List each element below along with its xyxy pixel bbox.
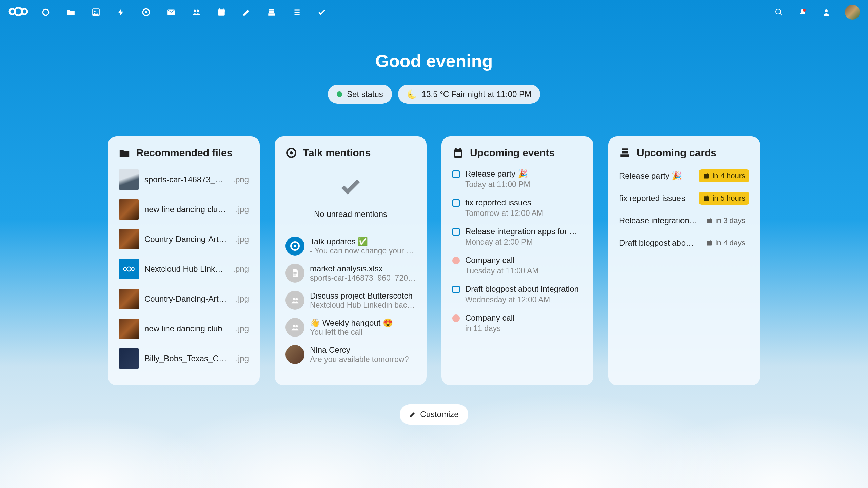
event-marker-icon: [452, 314, 460, 322]
svg-point-31: [290, 151, 293, 155]
svg-point-40: [295, 325, 298, 327]
dashboard-app-icon[interactable]: [41, 7, 51, 17]
event-time: in 11 days: [465, 324, 583, 333]
talk-row[interactable]: Talk updates ✅- You can now change your …: [283, 232, 418, 260]
talk-row[interactable]: Nina CercyAre you available tomorrow?: [283, 341, 418, 368]
top-bar-right: [774, 5, 860, 20]
file-name: new line dancing club: [144, 324, 230, 333]
svg-rect-34: [293, 272, 296, 273]
talk-app-icon[interactable]: [141, 7, 151, 17]
card-row[interactable]: Release party 🎉in 4 hours: [616, 165, 752, 187]
widget-title: Upcoming cards: [637, 147, 716, 159]
talk-empty-text: No unread mentions: [283, 209, 418, 219]
file-row[interactable]: Nextcloud Hub Linkedin b….png: [116, 254, 252, 284]
talk-row[interactable]: 👋 Weekly hangout 😍You left the call: [283, 314, 418, 341]
talk-avatar: [285, 291, 304, 310]
widget-title: Talk mentions: [303, 147, 371, 159]
upcoming-cards-widget: Upcoming cards Release party 🎉in 4 hours…: [608, 136, 760, 385]
set-status-button[interactable]: Set status: [328, 85, 392, 104]
talk-row[interactable]: Discuss project ButterscotchNextcloud Hu…: [283, 287, 418, 314]
greeting-text: Good evening: [0, 51, 868, 71]
weather-text: 13.5 °C Fair night at 11:00 PM: [422, 89, 531, 99]
file-name: sports-car-146873_960_7…: [144, 175, 228, 184]
svg-rect-46: [622, 151, 628, 154]
svg-rect-22: [294, 14, 294, 15]
contacts-menu-icon[interactable]: [821, 7, 831, 17]
event-marker-icon: [452, 170, 460, 178]
widget-title: Recommended files: [136, 147, 232, 159]
event-row[interactable]: fix reported issuesTomorrow at 12:00 AM: [450, 194, 585, 222]
upcoming-events-widget: Upcoming events Release party 🎉Today at …: [441, 136, 593, 385]
deck-icon: [619, 147, 631, 159]
photos-app-icon[interactable]: [91, 7, 101, 17]
card-due-badge: in 4 days: [702, 237, 749, 249]
svg-rect-43: [459, 148, 461, 151]
card-row[interactable]: Draft blogpost about integra…in 4 days: [616, 232, 752, 254]
event-marker-icon: [452, 286, 460, 293]
svg-rect-59: [710, 240, 711, 242]
file-name: Nextcloud Hub Linkedin b…: [144, 264, 228, 274]
calendar-app-icon[interactable]: [216, 7, 226, 17]
talk-subtitle: Are you available tomorrow?: [310, 355, 416, 364]
file-row[interactable]: new line dancing club.jpg: [116, 314, 252, 344]
svg-rect-57: [707, 241, 712, 245]
mail-app-icon[interactable]: [166, 7, 176, 17]
svg-rect-18: [294, 9, 294, 10]
svg-rect-48: [704, 174, 709, 178]
talk-title: market analysis.xlsx: [310, 264, 416, 273]
deck-app-icon[interactable]: [267, 7, 277, 17]
svg-rect-19: [295, 9, 300, 10]
talk-row[interactable]: market analysis.xlsxsports-car-146873_96…: [283, 260, 418, 287]
svg-rect-45: [622, 148, 628, 150]
card-title: Release party 🎉: [619, 171, 695, 181]
recommended-files-widget: Recommended files sports-car-146873_960_…: [108, 136, 260, 385]
widget-title: Upcoming events: [470, 147, 555, 159]
card-title: fix reported issues: [619, 194, 695, 203]
file-row[interactable]: Country-Dancing-Arthur_….jpg: [116, 284, 252, 314]
svg-rect-13: [219, 8, 220, 10]
weather-button[interactable]: 🌜 13.5 °C Fair night at 11:00 PM: [398, 85, 540, 104]
card-due-badge: in 4 hours: [699, 169, 749, 182]
contacts-app-icon[interactable]: [191, 7, 201, 17]
notes-app-icon[interactable]: [241, 7, 252, 17]
event-row[interactable]: Company callin 11 days: [450, 309, 585, 338]
svg-rect-20: [294, 12, 294, 13]
card-row[interactable]: Release integration apps for…in 3 days: [616, 209, 752, 232]
event-marker-icon: [452, 199, 460, 207]
file-extension: .jpg: [236, 235, 249, 244]
search-icon[interactable]: [774, 7, 784, 17]
file-row[interactable]: new line dancing club (2).jpg: [116, 195, 252, 224]
event-row[interactable]: Company callTuesday at 11:00 AM: [450, 251, 585, 280]
file-row[interactable]: Country-Dancing-Arthur_….jpg: [116, 224, 252, 254]
svg-rect-16: [269, 11, 274, 13]
tasks-app-icon[interactable]: [317, 7, 327, 17]
event-row[interactable]: Release party 🎉Today at 11:00 PM: [450, 165, 585, 194]
talk-subtitle: Nextcloud Hub Linkedin backgrou…: [310, 301, 416, 310]
file-thumbnail: [119, 229, 139, 249]
svg-rect-55: [708, 218, 708, 219]
svg-point-2: [22, 9, 27, 14]
svg-point-25: [803, 9, 806, 12]
event-time: Monday at 2:00 PM: [465, 238, 583, 247]
files-app-icon[interactable]: [66, 7, 76, 17]
customize-button[interactable]: Customize: [400, 404, 468, 425]
activity-app-icon[interactable]: [116, 7, 126, 17]
file-row[interactable]: sports-car-146873_960_7….png: [116, 165, 252, 195]
svg-rect-56: [710, 218, 711, 219]
list-app-icon[interactable]: [292, 7, 302, 17]
top-bar: [0, 0, 868, 24]
svg-rect-44: [455, 152, 461, 156]
event-row[interactable]: Release integration apps for Nextclou…Mo…: [450, 222, 585, 251]
svg-point-3: [43, 9, 48, 15]
notifications-icon[interactable]: [797, 7, 808, 17]
check-icon: [339, 175, 362, 199]
logo[interactable]: [8, 6, 28, 18]
talk-avatar: [285, 264, 304, 283]
folder-icon: [119, 147, 130, 159]
user-avatar[interactable]: [845, 5, 860, 20]
file-row[interactable]: Billy_Bobs_Texas_Countr….jpg: [116, 344, 252, 373]
talk-mentions-widget: Talk mentions No unread mentions Talk up…: [275, 136, 427, 385]
event-row[interactable]: Draft blogpost about integrationWednesda…: [450, 280, 585, 309]
talk-title: 👋 Weekly hangout 😍: [310, 318, 416, 328]
card-row[interactable]: fix reported issuesin 5 hours: [616, 187, 752, 209]
